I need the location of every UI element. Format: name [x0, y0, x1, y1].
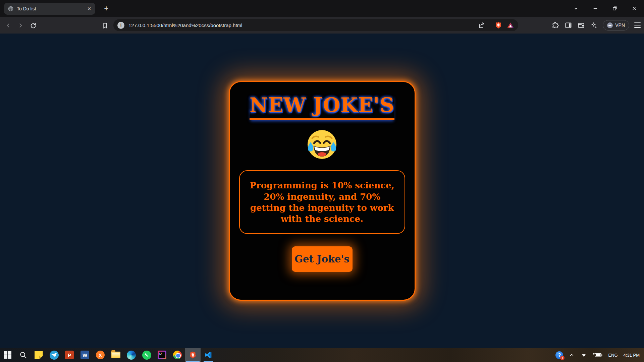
get-jokes-button[interactable]: Get Joke's — [292, 246, 353, 272]
powerpoint-icon: P — [65, 351, 74, 359]
battery-icon[interactable] — [593, 353, 602, 358]
taskbar-edge[interactable] — [123, 348, 139, 362]
close-button[interactable] — [625, 0, 644, 17]
minimize-button[interactable] — [586, 0, 605, 17]
browser-tab[interactable]: To Do list ✕ — [4, 3, 95, 15]
vscode-icon — [204, 351, 213, 359]
tray-chevron-up-icon[interactable] — [569, 352, 575, 358]
taskbar-sticky-notes[interactable] — [31, 348, 46, 362]
tray-help-icon[interactable]: ? ! — [555, 351, 563, 359]
brave-shields-icon[interactable] — [494, 21, 502, 29]
sticky-notes-icon — [35, 351, 43, 359]
xampp-icon: X — [96, 351, 105, 359]
tab-search-chevron-icon[interactable] — [566, 0, 586, 17]
site-info-icon[interactable]: i — [117, 22, 124, 29]
chrome-icon — [173, 351, 182, 359]
taskbar-brave-active[interactable] — [185, 348, 201, 362]
url-text: 127.0.0.1:5500/html%20and%20css/bootstra… — [128, 22, 242, 28]
taskbar-intellij[interactable]: IJ — [154, 348, 170, 362]
laughing-emoji — [306, 128, 338, 161]
brave-rewards-bat-icon[interactable] — [507, 21, 514, 29]
vpn-button[interactable]: VPN — [603, 20, 629, 31]
address-bar[interactable]: i 127.0.0.1:5500/html%20and%20css/bootst… — [113, 19, 518, 31]
windows-taskbar: P W X IJ — [0, 348, 644, 362]
joke-card: NEW JOKE'S Programming is 10% science, 2… — [229, 81, 416, 301]
taskbar-xampp[interactable]: X — [93, 348, 108, 362]
browser-titlebar: To Do list ✕ + — [0, 0, 644, 17]
telegram-icon — [50, 351, 59, 360]
edge-icon — [127, 351, 136, 360]
word-icon: W — [80, 351, 89, 359]
search-icon — [19, 351, 27, 359]
extensions-icon[interactable] — [552, 21, 559, 29]
intellij-idea-icon: IJ — [158, 351, 166, 359]
vpn-label: VPN — [615, 22, 625, 28]
taskbar-search-button[interactable] — [15, 348, 31, 362]
leo-ai-icon[interactable] — [590, 21, 598, 29]
divider — [490, 22, 490, 28]
whatsapp-icon — [142, 351, 151, 360]
language-indicator[interactable]: ENG — [608, 353, 618, 358]
tab-close-icon[interactable]: ✕ — [87, 6, 91, 11]
new-tab-button[interactable]: + — [101, 3, 111, 13]
sidebar-icon[interactable] — [565, 21, 572, 29]
menu-icon[interactable] — [634, 22, 641, 28]
file-explorer-icon — [111, 352, 120, 358]
brave-icon — [189, 351, 197, 359]
clock[interactable]: 4:31 PM — [624, 353, 640, 358]
page-background: NEW JOKE'S Programming is 10% science, 2… — [0, 34, 644, 348]
restore-button[interactable] — [605, 0, 625, 17]
reload-button[interactable] — [29, 21, 38, 30]
wifi-icon[interactable] — [580, 352, 587, 358]
page-title: NEW JOKE'S — [250, 95, 394, 120]
taskbar-word[interactable]: W — [77, 348, 93, 362]
back-button[interactable] — [4, 21, 13, 30]
taskbar-chrome[interactable] — [170, 348, 185, 362]
start-button[interactable] — [0, 348, 15, 362]
tab-title: To Do list — [17, 6, 84, 11]
taskbar-telegram[interactable] — [46, 348, 62, 362]
browser-toolbar: i 127.0.0.1:5500/html%20and%20css/bootst… — [0, 17, 644, 34]
globe-favicon-icon — [8, 6, 13, 11]
joke-box: Programming is 10% science, 20% ingenuit… — [239, 170, 405, 234]
window-controls — [566, 0, 644, 17]
taskbar-vscode[interactable] — [201, 348, 216, 362]
notification-badge: ! — [560, 356, 565, 360]
forward-button[interactable] — [16, 21, 25, 30]
vpn-status-icon — [607, 22, 613, 28]
share-icon[interactable] — [478, 21, 485, 29]
wallet-icon[interactable] — [577, 21, 585, 29]
bookmark-icon[interactable] — [101, 21, 109, 30]
taskbar-powerpoint[interactable]: P — [62, 348, 77, 362]
taskbar-file-explorer[interactable] — [108, 348, 123, 362]
taskbar-whatsapp[interactable] — [139, 348, 154, 362]
windows-logo-icon — [4, 351, 11, 359]
joke-text: Programming is 10% science, 20% ingenuit… — [245, 180, 399, 225]
